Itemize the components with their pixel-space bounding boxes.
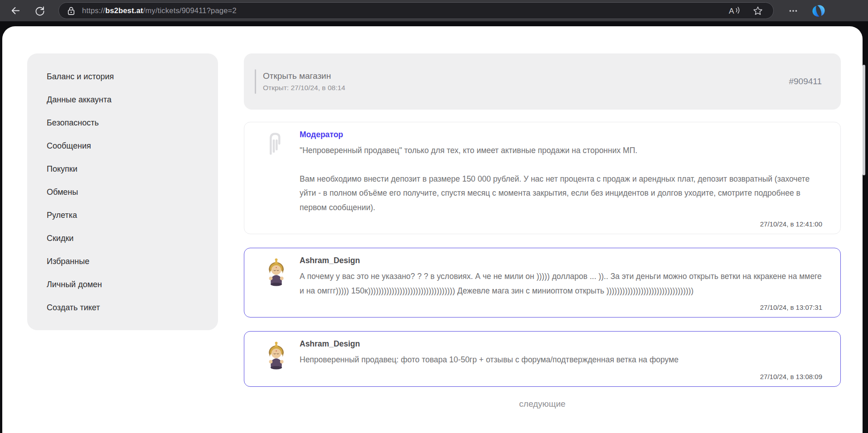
sidebar-item[interactable]: Создать тикет bbox=[27, 296, 218, 319]
message-list: Модератор"Непроверенный продавец" только… bbox=[244, 122, 841, 387]
buddha-avatar bbox=[264, 258, 288, 287]
settings-more-button[interactable] bbox=[786, 3, 801, 19]
url-text: https://bs2best.at/my/tickets/909411?pag… bbox=[82, 6, 237, 15]
sidebar-item[interactable]: Рулетка bbox=[27, 204, 218, 227]
logo-avatar bbox=[264, 132, 288, 156]
message-author-link[interactable]: Модератор bbox=[300, 130, 343, 140]
sidebar-item[interactable]: Избранные bbox=[27, 250, 218, 273]
message-text: Непроверенный продавец: фото товара 10-5… bbox=[300, 353, 822, 367]
sidebar-item[interactable]: Личный домен bbox=[27, 273, 218, 296]
sidebar-item[interactable]: Безопасность bbox=[27, 111, 218, 135]
message-text: "Непроверенный продавец" только для тех,… bbox=[300, 144, 822, 158]
message-text: Вам необходимо внести депозит в размере … bbox=[300, 172, 822, 215]
sidebar-item[interactable]: Баланс и история bbox=[27, 65, 218, 88]
ticket-title: Открыть магазин bbox=[263, 71, 345, 81]
buddha-avatar bbox=[264, 341, 288, 370]
message-author-link[interactable]: Ashram_Design bbox=[300, 339, 360, 349]
message-timestamp: 27/10/24, в 13:07:31 bbox=[300, 303, 822, 311]
read-aloud-icon: A bbox=[728, 5, 741, 16]
pagination: следующие bbox=[244, 399, 841, 409]
star-icon bbox=[752, 5, 763, 16]
browser-toolbar: https://bs2best.at/my/tickets/909411?pag… bbox=[0, 0, 868, 21]
message-timestamp: 27/10/24, в 12:41:00 bbox=[300, 220, 822, 228]
favorite-button[interactable] bbox=[752, 5, 763, 16]
back-arrow-icon bbox=[9, 5, 21, 17]
refresh-icon bbox=[34, 5, 46, 17]
url-domain: bs2best.at bbox=[105, 6, 143, 14]
url-scheme: https:// bbox=[82, 6, 105, 14]
sidebar-item[interactable]: Обмены bbox=[27, 181, 218, 204]
url-path: /my/tickets/909411?page=2 bbox=[143, 6, 237, 14]
sidebar-item[interactable]: Данные аккаунта bbox=[27, 88, 218, 111]
site-security-button[interactable] bbox=[67, 6, 75, 15]
ellipsis-icon bbox=[787, 5, 799, 17]
scrollbar-thumb[interactable] bbox=[863, 65, 865, 175]
read-aloud-button[interactable]: A bbox=[728, 5, 741, 16]
message-card: Ashram_DesignНепроверенный продавец: фот… bbox=[244, 331, 841, 387]
message-timestamp: 27/10/24, в 13:08:09 bbox=[300, 373, 822, 380]
copilot-button[interactable] bbox=[811, 3, 826, 19]
buddha-avatar-icon bbox=[266, 341, 287, 370]
message-text: А почему у вас это не указано? ? ? в усл… bbox=[300, 269, 822, 298]
sidebar-item[interactable]: Скидки bbox=[27, 227, 218, 250]
copilot-icon bbox=[812, 4, 825, 18]
svg-text:A: A bbox=[729, 6, 734, 15]
pagination-next-link[interactable]: следующие bbox=[519, 399, 565, 409]
message-author-link[interactable]: Ashram_Design bbox=[300, 256, 360, 265]
account-sidebar: Баланс и историяДанные аккаунтаБезопасно… bbox=[27, 53, 218, 330]
ticket-accent-bar bbox=[255, 69, 256, 94]
sidebar-item[interactable]: Сообщения bbox=[27, 135, 218, 158]
message-card: Модератор"Непроверенный продавец" только… bbox=[244, 122, 841, 234]
shop-logo-icon bbox=[268, 132, 284, 156]
buddha-avatar-icon bbox=[266, 258, 287, 287]
browser-window: https://bs2best.at/my/tickets/909411?pag… bbox=[0, 0, 868, 433]
message-card: Ashram_DesignА почему у вас это не указа… bbox=[244, 248, 841, 318]
ticket-header-card: Открыть магазин Открыт: 27/10/24, в 08:1… bbox=[244, 53, 841, 110]
ticket-number: #909411 bbox=[789, 77, 822, 87]
address-bar[interactable]: https://bs2best.at/my/tickets/909411?pag… bbox=[58, 2, 774, 19]
ticket-main: Открыть магазин Открыт: 27/10/24, в 08:1… bbox=[244, 53, 841, 409]
back-button[interactable] bbox=[7, 3, 22, 19]
page-content: Баланс и историяДанные аккаунтаБезопасно… bbox=[2, 26, 863, 433]
refresh-button[interactable] bbox=[32, 3, 48, 19]
sidebar-item[interactable]: Покупки bbox=[27, 158, 218, 181]
ticket-opened-date: Открыт: 27/10/24, в 08:14 bbox=[263, 84, 345, 92]
lock-icon bbox=[67, 6, 75, 15]
